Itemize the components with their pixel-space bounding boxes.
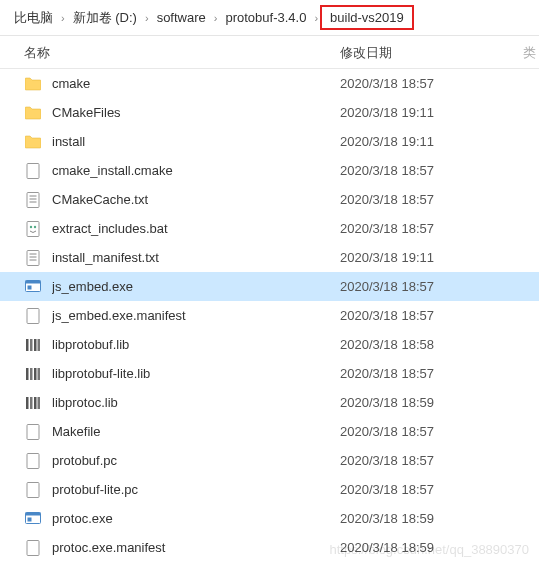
file-name: protobuf.pc <box>52 453 340 468</box>
file-row[interactable]: protoc.exe2020/3/18 18:59 <box>0 504 539 533</box>
breadcrumb-item[interactable]: 新加卷 (D:) <box>67 7 143 29</box>
file-row[interactable]: CMakeFiles2020/3/18 19:11 <box>0 98 539 127</box>
file-date: 2020/3/18 18:57 <box>340 308 539 323</box>
file-date: 2020/3/18 18:57 <box>340 76 539 91</box>
file-name: protoc.exe.manifest <box>52 540 340 555</box>
file-name: cmake <box>52 76 340 91</box>
file-name: CMakeCache.txt <box>52 192 340 207</box>
file-icon <box>24 481 42 499</box>
file-date: 2020/3/18 18:59 <box>340 540 539 555</box>
svg-rect-25 <box>30 397 33 409</box>
svg-rect-15 <box>27 308 39 323</box>
file-name: extract_includes.bat <box>52 221 340 236</box>
file-icon <box>24 539 42 557</box>
txt-icon <box>24 249 42 267</box>
file-date: 2020/3/18 18:59 <box>340 395 539 410</box>
svg-rect-5 <box>27 221 39 236</box>
file-date: 2020/3/18 19:11 <box>340 250 539 265</box>
svg-rect-8 <box>27 250 39 265</box>
file-row[interactable]: CMakeCache.txt2020/3/18 18:57 <box>0 185 539 214</box>
svg-rect-19 <box>38 339 41 351</box>
svg-rect-1 <box>27 192 39 207</box>
file-row[interactable]: libprotobuf.lib2020/3/18 18:58 <box>0 330 539 359</box>
file-name: install <box>52 134 340 149</box>
file-date: 2020/3/18 19:11 <box>340 105 539 120</box>
svg-point-7 <box>34 225 36 227</box>
file-row[interactable]: protoc.exe.manifest2020/3/18 18:59 <box>0 533 539 562</box>
file-row[interactable]: libprotobuf-lite.lib2020/3/18 18:57 <box>0 359 539 388</box>
file-row[interactable]: libprotoc.lib2020/3/18 18:59 <box>0 388 539 417</box>
file-date: 2020/3/18 18:57 <box>340 482 539 497</box>
folder-icon <box>24 133 42 151</box>
svg-rect-29 <box>27 453 39 468</box>
file-icon <box>24 423 42 441</box>
file-name: js_embed.exe.manifest <box>52 308 340 323</box>
svg-rect-27 <box>38 397 41 409</box>
file-name: protoc.exe <box>52 511 340 526</box>
exe-icon <box>24 278 42 296</box>
txt-icon <box>24 191 42 209</box>
breadcrumb-item[interactable]: 比电脑 <box>8 7 59 29</box>
file-name: cmake_install.cmake <box>52 163 340 178</box>
chevron-right-icon: › <box>312 12 320 24</box>
svg-rect-21 <box>30 368 33 380</box>
svg-rect-28 <box>27 424 39 439</box>
file-row[interactable]: protobuf-lite.pc2020/3/18 18:57 <box>0 475 539 504</box>
svg-rect-23 <box>38 368 41 380</box>
column-type[interactable]: 类 <box>519 44 539 62</box>
folder-icon <box>24 104 42 122</box>
file-row[interactable]: js_embed.exe.manifest2020/3/18 18:57 <box>0 301 539 330</box>
file-name: libprotobuf.lib <box>52 337 340 352</box>
column-headers: 名称 修改日期 类 <box>0 36 539 69</box>
column-name[interactable]: 名称 <box>0 44 340 62</box>
file-date: 2020/3/18 18:57 <box>340 453 539 468</box>
file-name: libprotoc.lib <box>52 395 340 410</box>
file-row[interactable]: Makefile2020/3/18 18:57 <box>0 417 539 446</box>
file-icon <box>24 162 42 180</box>
svg-rect-30 <box>27 482 39 497</box>
lib-icon <box>24 336 42 354</box>
svg-rect-20 <box>26 368 29 380</box>
svg-rect-32 <box>26 512 41 515</box>
file-date: 2020/3/18 18:57 <box>340 163 539 178</box>
lib-icon <box>24 365 42 383</box>
file-row[interactable]: cmake_install.cmake2020/3/18 18:57 <box>0 156 539 185</box>
svg-rect-24 <box>26 397 29 409</box>
svg-rect-14 <box>28 285 32 289</box>
file-row[interactable]: cmake2020/3/18 18:57 <box>0 69 539 98</box>
svg-point-6 <box>30 225 32 227</box>
file-row[interactable]: extract_includes.bat2020/3/18 18:57 <box>0 214 539 243</box>
column-date[interactable]: 修改日期 <box>340 44 519 62</box>
file-row[interactable]: js_embed.exe2020/3/18 18:57 <box>0 272 539 301</box>
file-row[interactable]: install2020/3/18 19:11 <box>0 127 539 156</box>
file-date: 2020/3/18 18:57 <box>340 366 539 381</box>
svg-rect-33 <box>28 517 32 521</box>
breadcrumb-item[interactable]: build-vs2019 <box>320 5 414 30</box>
svg-rect-0 <box>27 163 39 178</box>
bat-icon <box>24 220 42 238</box>
file-date: 2020/3/18 19:11 <box>340 134 539 149</box>
file-date: 2020/3/18 18:57 <box>340 424 539 439</box>
chevron-right-icon: › <box>59 12 67 24</box>
lib-icon <box>24 394 42 412</box>
file-date: 2020/3/18 18:59 <box>340 511 539 526</box>
breadcrumb: 比电脑›新加卷 (D:)›software›protobuf-3.4.0›bui… <box>0 0 539 36</box>
file-icon <box>24 307 42 325</box>
breadcrumb-item[interactable]: software <box>151 8 212 27</box>
file-date: 2020/3/18 18:57 <box>340 221 539 236</box>
file-name: CMakeFiles <box>52 105 340 120</box>
breadcrumb-item[interactable]: protobuf-3.4.0 <box>219 8 312 27</box>
svg-rect-17 <box>30 339 33 351</box>
svg-rect-22 <box>34 368 37 380</box>
chevron-right-icon: › <box>212 12 220 24</box>
svg-rect-18 <box>34 339 37 351</box>
file-name: Makefile <box>52 424 340 439</box>
svg-rect-34 <box>27 540 39 555</box>
file-row[interactable]: install_manifest.txt2020/3/18 19:11 <box>0 243 539 272</box>
file-row[interactable]: protobuf.pc2020/3/18 18:57 <box>0 446 539 475</box>
chevron-right-icon: › <box>143 12 151 24</box>
folder-icon <box>24 75 42 93</box>
file-name: libprotobuf-lite.lib <box>52 366 340 381</box>
svg-rect-13 <box>26 280 41 283</box>
file-date: 2020/3/18 18:57 <box>340 279 539 294</box>
